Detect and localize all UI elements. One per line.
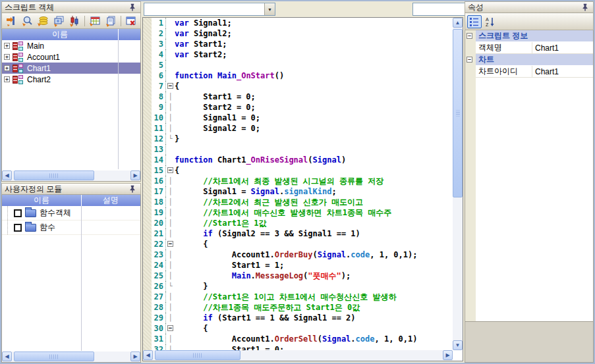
- code-line: 22− {: [143, 239, 453, 249]
- property-value[interactable]: Chart1: [532, 42, 593, 54]
- code-line: 4var Start2;: [143, 49, 453, 60]
- collapse-icon[interactable]: −: [467, 33, 472, 39]
- search-icon[interactable]: [20, 14, 34, 28]
- scroll-right-icon[interactable]: ▶: [443, 350, 453, 360]
- code-line: 21│ if (Signal2 == 3 && Signal1 == 1): [143, 228, 453, 239]
- scrollbar-thumb[interactable]: [14, 351, 94, 361]
- tree-item-account1[interactable]: +Account1: [2, 51, 140, 63]
- scroll-right-icon[interactable]: ▶: [130, 351, 140, 361]
- code-text: Account1.OrderBuy(Signal.code, 1, 0,1);: [175, 249, 453, 260]
- column-header-extra[interactable]: [118, 29, 140, 40]
- code-viewport[interactable]: 1var Signal1;2var Signal2;3var Start1;4v…: [143, 18, 453, 350]
- panel-title: 사용자정의 모듈: [5, 184, 127, 195]
- code-text: Signal1 = Signal.signalKind;: [175, 186, 453, 197]
- code-text: var Signal2;: [175, 28, 453, 39]
- property-category-label: 스크립트 정보: [476, 30, 593, 42]
- line-number: 29: [143, 313, 166, 323]
- scrollbar-thumb[interactable]: [155, 350, 241, 360]
- property-row[interactable]: 차트아이디Chart1: [465, 66, 593, 78]
- scroll-left-icon[interactable]: ◀: [2, 351, 12, 361]
- scrollbar-thumb[interactable]: [453, 29, 463, 197]
- scrollbar-thumb[interactable]: [14, 170, 94, 180]
- tree-item-chart2[interactable]: +Chart2: [2, 74, 140, 85]
- line-number: 26: [143, 281, 166, 292]
- fold-column: │: [166, 313, 175, 323]
- tree-item-chart1[interactable]: +Chart1: [2, 63, 140, 74]
- line-number: 15: [143, 165, 166, 176]
- fold-toggle[interactable]: −: [167, 167, 173, 173]
- pin-icon[interactable]: [127, 3, 138, 12]
- chevron-down-icon[interactable]: ▼: [264, 3, 275, 15]
- tree-item-label: Chart2: [27, 75, 51, 84]
- copy-doc-icon[interactable]: [103, 14, 118, 28]
- scroll-left-icon[interactable]: ◀: [143, 350, 153, 360]
- code-text: //차트2에서 최근 발생된 신호가 매도이고: [175, 197, 453, 207]
- line-number: 31: [143, 334, 166, 344]
- scroll-right-icon[interactable]: ▶: [130, 170, 140, 180]
- fold-toggle[interactable]: −: [167, 83, 173, 89]
- delete-window-icon[interactable]: [124, 14, 138, 28]
- copy-window-icon[interactable]: [51, 14, 66, 28]
- horizontal-scrollbar[interactable]: ◀ ▶: [2, 170, 140, 181]
- line-number: 8: [143, 91, 166, 102]
- fold-toggle[interactable]: −: [167, 325, 173, 331]
- code-editor[interactable]: 1var Signal1;2var Signal2;3var Start1;4v…: [142, 17, 463, 361]
- fold-column: └: [166, 134, 175, 144]
- line-number: 9: [143, 102, 166, 113]
- line-number: 20: [143, 218, 166, 228]
- code-line: 1var Signal1;: [143, 18, 453, 28]
- horizontal-scrollbar[interactable]: ◀ ▶: [2, 351, 140, 362]
- column-separator[interactable]: [81, 195, 82, 206]
- code-line: 16│ //차트1에서 최종 발생된 시그널의 종류를 저장: [143, 176, 453, 186]
- collapse-icon[interactable]: −: [467, 57, 472, 63]
- code-text: Signal1 = 0;: [175, 113, 453, 123]
- object-combobox[interactable]: ▼: [144, 3, 275, 16]
- module-item-함수객체[interactable]: 함수객체: [2, 206, 140, 221]
- checkbox[interactable]: [14, 224, 22, 232]
- calendar-icon[interactable]: [88, 14, 102, 28]
- fold-column: −: [166, 165, 175, 176]
- categorized-icon[interactable]: [467, 15, 482, 28]
- code-line: 27│ //Start1은 1이고 차트1에서 매수청산신호 발생하: [143, 292, 453, 302]
- panel-title: 스크립트 객체: [5, 2, 127, 13]
- object-icon: [12, 75, 24, 84]
- code-text: //차트1에서 매수신호 발생하면 차트1종목 매수주: [175, 207, 453, 218]
- code-text: Start1 = 0;: [175, 91, 453, 102]
- object-icon: [12, 53, 24, 62]
- expand-icon[interactable]: +: [4, 54, 10, 60]
- code-text: //Start1은 1값: [175, 218, 453, 228]
- tree-item-main[interactable]: +Main: [2, 40, 140, 51]
- vertical-scrollbar[interactable]: ▲ ▼: [453, 18, 463, 350]
- fold-column: [166, 49, 175, 60]
- line-number: 3: [143, 39, 166, 49]
- module-item-함수[interactable]: 함수: [2, 221, 140, 235]
- checkbox[interactable]: [14, 209, 22, 217]
- column-header-name[interactable]: 이름: [2, 29, 118, 40]
- code-line: 31│ Account1.OrderSell(Signal.code, 1, 0…: [143, 334, 453, 344]
- property-row[interactable]: 객체명Chart1: [465, 42, 593, 54]
- scroll-left-icon[interactable]: ◀: [2, 170, 12, 180]
- pin-icon[interactable]: [127, 184, 138, 194]
- column-separator[interactable]: [118, 29, 119, 40]
- expand-icon[interactable]: +: [4, 76, 10, 82]
- user-modules-panel: 사용자정의 모듈 이름 설명 함수객체함수 ◀ ▶: [1, 183, 141, 363]
- scroll-up-icon[interactable]: ▲: [453, 18, 463, 28]
- alphabetical-sort-icon[interactable]: AZ: [483, 15, 497, 28]
- code-line: 10│ Signal1 = 0;: [143, 113, 453, 123]
- horizontal-scrollbar[interactable]: ◀ ▶: [143, 350, 453, 361]
- toolbar-separator: [84, 16, 85, 26]
- column-header-description[interactable]: 설명: [81, 195, 140, 206]
- fold-toggle[interactable]: −: [167, 241, 173, 247]
- column-header-name[interactable]: 이름: [2, 195, 81, 206]
- candlestick-icon[interactable]: [67, 14, 82, 28]
- fold-column: −: [166, 239, 175, 249]
- properties-titlebar: 속성: [465, 1, 594, 13]
- coins-icon[interactable]: [36, 14, 50, 28]
- pin-icon[interactable]: [580, 3, 590, 12]
- expand-icon[interactable]: +: [4, 43, 10, 49]
- object-icon: [12, 41, 24, 51]
- property-value[interactable]: Chart1: [532, 66, 593, 78]
- chart-insert-icon[interactable]: [4, 14, 18, 28]
- scroll-down-icon[interactable]: ▼: [453, 340, 463, 350]
- expand-icon[interactable]: +: [4, 65, 10, 71]
